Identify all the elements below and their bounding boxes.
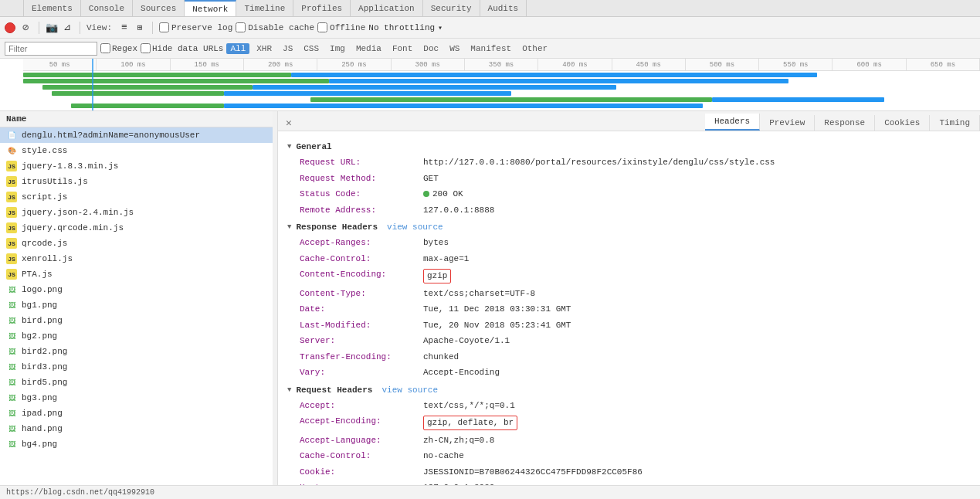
regex-text: Regex (112, 44, 137, 53)
status-code-val: 200 OK (423, 188, 463, 201)
request-headers-section-header[interactable]: ▼ Request Headers view source (287, 381, 971, 398)
filter-doc[interactable]: Doc (419, 43, 443, 54)
file-item[interactable]: 🖼bg3.png (0, 390, 277, 406)
filter-input[interactable] (5, 42, 97, 56)
file-name: ipad.png (22, 409, 271, 418)
general-section-header[interactable]: ▼ General (287, 137, 971, 154)
hide-data-urls-checkbox[interactable] (141, 43, 151, 53)
file-item[interactable]: 🖼bird2.png (0, 344, 277, 359)
file-name: logo.png (22, 285, 271, 294)
filter-icon[interactable]: ⊿ (61, 22, 73, 34)
response-header-key: Vary: (300, 366, 423, 379)
tab-security[interactable]: Security (423, 0, 480, 16)
tab-application[interactable]: Application (351, 0, 423, 16)
detail-tab-preview[interactable]: Preview (760, 115, 815, 131)
file-item[interactable]: 🖼bird5.png (0, 375, 277, 390)
request-header-val: gzip, deflate, br (423, 415, 517, 431)
detail-tab-headers[interactable]: Headers (705, 114, 760, 131)
file-name: jquery.json-2.4.min.js (22, 208, 271, 217)
file-item[interactable]: JSjquery.qrcode.min.js (0, 220, 277, 236)
preserve-log-label[interactable]: Preserve log (159, 22, 232, 32)
file-item[interactable]: JSxenroll.js (0, 251, 277, 266)
request-header-key: Cookie: (300, 466, 423, 479)
img-icon: 🖼 (6, 300, 17, 311)
tab-timeline[interactable]: Timeline (236, 0, 293, 16)
disable-cache-text: Disable cache (248, 23, 314, 32)
detail-tab-cookies[interactable]: Cookies (875, 115, 930, 131)
response-headers-section-header[interactable]: ▼ Response Headers view source (287, 218, 971, 235)
filter-img[interactable]: Img (326, 43, 349, 54)
ruler-tick-13: 650 ms (907, 59, 980, 70)
file-item[interactable]: 🖼bird3.png (0, 359, 277, 375)
filter-css[interactable]: CSS (300, 43, 323, 54)
file-item[interactable]: 🖼bg1.png (0, 297, 277, 313)
detail-tab-timing[interactable]: Timing (930, 115, 980, 131)
tab-sources[interactable]: Sources (133, 0, 185, 16)
response-header-row: Content-Type:text/css;charset=UTF-8 (287, 286, 971, 302)
tab-audits[interactable]: Audits (480, 0, 527, 16)
response-header-row: Vary:Accept-Encoding (287, 365, 971, 381)
response-headers-view-source[interactable]: view source (387, 222, 443, 232)
file-item[interactable]: JSitrusUtils.js (0, 174, 277, 189)
waterfall-bar-green-1 (23, 73, 291, 77)
tab-profiles[interactable]: Profiles (293, 0, 351, 16)
scrollbar[interactable] (273, 111, 277, 499)
filter-ws[interactable]: WS (446, 43, 463, 54)
preserve-log-checkbox[interactable] (159, 22, 169, 32)
file-name: bg4.png (22, 440, 271, 449)
response-header-key: Date: (300, 303, 423, 316)
response-header-key: Content-Type: (300, 287, 423, 300)
filter-all[interactable]: All (226, 43, 249, 54)
grid-view-icon[interactable]: ⊞ (134, 22, 146, 34)
file-item[interactable]: JSPTA.js (0, 266, 277, 282)
file-item[interactable]: 🖼ipad.png (0, 406, 277, 421)
file-item[interactable]: JSjquery.json-2.4.min.js (0, 205, 277, 220)
regex-checkbox-label[interactable]: Regex (100, 43, 137, 53)
js-icon: JS (6, 161, 17, 171)
hide-data-urls-label[interactable]: Hide data URLs (141, 43, 223, 53)
img-icon: 🖼 (6, 377, 17, 388)
detail-tab-response[interactable]: Response (815, 115, 875, 131)
disable-cache-checkbox[interactable] (236, 22, 246, 32)
filter-font[interactable]: Font (388, 43, 416, 54)
status-code-key: Status Code: (300, 188, 423, 201)
tab-console[interactable]: Console (81, 0, 133, 16)
regex-checkbox[interactable] (100, 43, 110, 53)
file-name: bird2.png (22, 347, 271, 356)
filter-js[interactable]: JS (279, 43, 297, 54)
file-item[interactable]: 📄denglu.html?adminName=anonymousUser (0, 127, 277, 143)
file-item[interactable]: 🖼bg4.png (0, 436, 277, 452)
request-headers-view-source[interactable]: view source (381, 385, 438, 395)
filter-xhr[interactable]: XHR (253, 43, 276, 54)
filter-manifest[interactable]: Manifest (466, 43, 515, 54)
detail-close-button[interactable]: ✕ (281, 115, 297, 131)
list-view-icon[interactable]: ≡ (118, 22, 131, 34)
file-item[interactable]: 🖼hand.png (0, 421, 277, 436)
disable-cache-label[interactable]: Disable cache (236, 22, 314, 32)
status-code-text: 200 OK (432, 188, 463, 201)
tab-network[interactable]: Network (185, 0, 236, 16)
response-header-val: Tue, 20 Nov 2018 05:23:41 GMT (423, 319, 571, 332)
file-item[interactable]: 🎨style.css (0, 143, 277, 158)
request-header-val: JSESSIONID=B70B06244326CC475FFDD98F2CC05… (423, 466, 643, 479)
waterfall-bar-green-2 (23, 79, 329, 83)
offline-label[interactable]: Offline (317, 22, 365, 32)
file-item[interactable]: JSjquery-1.8.3.min.js (0, 158, 277, 174)
clear-button[interactable]: ⊘ (19, 21, 32, 35)
filter-media[interactable]: Media (352, 43, 385, 54)
file-item[interactable]: 🖼bg2.png (0, 328, 277, 344)
file-item[interactable]: JSqrcode.js (0, 236, 277, 251)
throttle-dropdown-icon[interactable]: ▾ (438, 23, 443, 32)
file-item[interactable]: 🖼bird.png (0, 313, 277, 328)
response-header-val: bytes (423, 236, 449, 250)
file-item[interactable]: JSscript.js (0, 189, 277, 205)
waterfall-bar-blue-3 (253, 85, 616, 90)
camera-icon[interactable]: 📷 (46, 22, 58, 34)
file-item[interactable]: 🖼logo.png (0, 282, 277, 297)
tab-elements[interactable]: Elements (23, 0, 81, 16)
waterfall-bar-blue-4 (224, 91, 511, 96)
offline-checkbox[interactable] (317, 22, 327, 32)
filter-other[interactable]: Other (518, 43, 551, 54)
waterfall-bar-blue-5 (712, 97, 884, 102)
record-button[interactable] (5, 22, 15, 33)
